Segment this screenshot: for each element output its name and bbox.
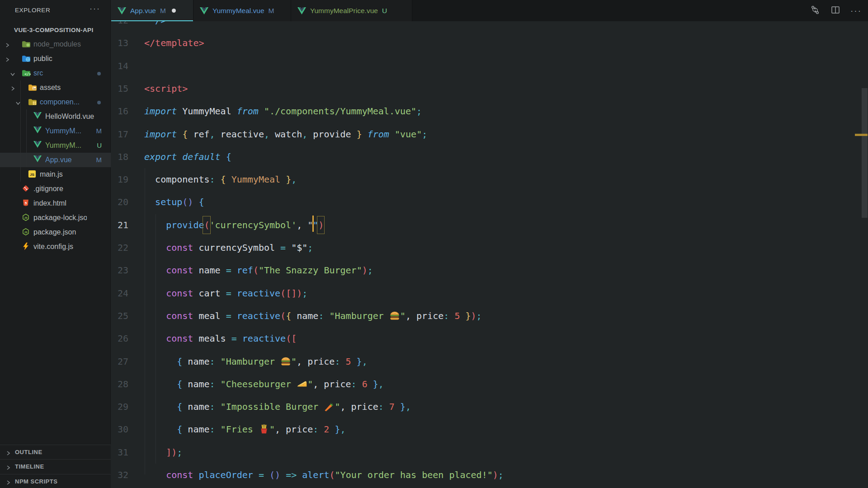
line-number: 27	[111, 350, 144, 373]
code-line-15[interactable]: 15<script>	[111, 77, 857, 100]
code-text: { name: "Fries ", price: 2 },	[144, 418, 346, 441]
code-line-24[interactable]: 24 const cart = reactive([]);	[111, 282, 857, 305]
code-line-17[interactable]: 17import { ref, reactive, watch, provide…	[111, 123, 857, 145]
code-line-28[interactable]: 28 { name: "Cheeseburger ", price: 6 },	[111, 373, 857, 395]
panel-timeline[interactable]: TIMELINE	[0, 459, 111, 474]
panel-outline[interactable]: OUTLINE	[0, 445, 111, 459]
tree-item-label: main.js	[40, 170, 63, 178]
code-line-30[interactable]: 30 { name: "Fries ", price: 2 },	[111, 418, 857, 441]
node-modules-folder-icon	[22, 40, 31, 49]
more-actions-icon[interactable]: ···	[850, 6, 862, 16]
code-line-23[interactable]: 23 const name = ref("The Snazzy Burger")…	[111, 259, 857, 282]
project-header[interactable]: VUE-3-COMPOSITION-API	[0, 23, 110, 37]
line-number: 22	[111, 236, 144, 259]
git-icon	[22, 184, 31, 193]
chevron-right-icon	[5, 42, 10, 50]
tree-item-main-js[interactable]: JSmain.js	[0, 167, 111, 182]
svg-text:JS: JS	[24, 216, 27, 219]
line-number: 32	[111, 464, 144, 486]
code-line-26[interactable]: 26 const meals = reactive([	[111, 327, 857, 350]
tree-item-app-vue[interactable]: App.vueM	[0, 153, 111, 167]
code-line-32[interactable]: 32 const placeOrder = () => alert("Your …	[111, 464, 857, 486]
code-text: <script>	[144, 77, 188, 100]
editor-actions: ···	[810, 0, 862, 21]
svg-text:JS: JS	[24, 231, 27, 234]
code-text: const meal = reactive({ name: "Hamburger…	[144, 305, 482, 327]
nodejs-icon: JS	[22, 228, 31, 237]
tree-item-yummym-[interactable]: YummyM...U	[0, 138, 111, 153]
code-text: components: { YummyMeal },	[144, 168, 297, 191]
line-number: 30	[111, 418, 144, 441]
tree-indent-guide	[20, 80, 21, 182]
split-editor-icon[interactable]	[830, 5, 840, 17]
tree-item-label: .gitignore	[33, 185, 63, 193]
code-line-22[interactable]: 22 const currencySymbol = "$";	[111, 236, 857, 259]
vue-icon	[33, 112, 42, 121]
chevron-right-icon	[5, 464, 11, 472]
code-line-16[interactable]: 16import YummyMeal from "./components/Yu…	[111, 100, 857, 122]
tree-item-yummym-[interactable]: YummyM...M	[0, 124, 111, 138]
tree-item-label: src	[33, 69, 43, 77]
code-area[interactable]: 12 />13</template>1415<script>16import Y…	[111, 0, 868, 488]
project-name: VUE-3-COMPOSITION-API	[14, 27, 94, 33]
tree-indent-guide	[26, 109, 27, 167]
tree-item-public[interactable]: public	[0, 52, 111, 66]
tree-item-assets[interactable]: assets	[0, 80, 111, 95]
chevron-down-icon	[10, 99, 15, 108]
line-number: 13	[111, 32, 144, 54]
code-line-27[interactable]: 27 { name: "Hamburger ", price: 5 },	[111, 350, 857, 373]
code-line-20[interactable]: 20 setup() {	[111, 191, 857, 213]
panel-npm-scripts[interactable]: NPM SCRIPTS	[0, 474, 111, 488]
chevron-right-icon	[5, 56, 10, 64]
chevron-right-icon	[5, 450, 11, 458]
tree-item-componen-[interactable]: componen...	[0, 95, 111, 109]
code-line-18[interactable]: 18export default {	[111, 145, 857, 168]
tree-item-package-lock-json[interactable]: JSpackage-lock.json	[0, 211, 111, 225]
open-changes-icon[interactable]	[810, 5, 821, 17]
code-text: export default {	[144, 145, 231, 168]
tree-item-label: package-lock.json	[33, 214, 87, 222]
tree-item-vite-config-js[interactable]: vite.config.js	[0, 239, 111, 254]
tree-item-label: YummyM...	[45, 127, 81, 135]
code-text: { name: "Hamburger ", price: 5 },	[144, 350, 368, 373]
tree-item-helloworld-vue[interactable]: HelloWorld.vue	[0, 109, 111, 124]
modified-dot-badge	[97, 72, 101, 75]
components-folder-icon	[28, 98, 37, 107]
code-text: ]);	[144, 441, 182, 464]
code-line-14[interactable]: 14	[111, 55, 857, 77]
tree-item--gitignore[interactable]: .gitignore	[0, 182, 111, 196]
tree-item-package-json[interactable]: JSpackage.json	[0, 225, 111, 239]
code-line-13[interactable]: 13</template>	[111, 32, 857, 54]
tree-item-label: componen...	[40, 98, 80, 106]
code-line-21[interactable]: 21 provide('currencySymbol', "")	[111, 214, 857, 236]
line-number: 24	[111, 282, 144, 305]
more-actions-icon[interactable]: ···	[90, 4, 100, 14]
svg-text:</>: </>	[24, 72, 31, 76]
tree-item-label: index.html	[33, 199, 66, 207]
tab-label: YummyMealPrice.vue	[310, 7, 378, 15]
tree-item-src[interactable]: </>src	[0, 66, 111, 80]
code-line-31[interactable]: 31 ]);	[111, 441, 857, 464]
tab-app-vue[interactable]: App.vueM	[111, 0, 193, 21]
hamburger-emoji	[280, 356, 291, 367]
line-number: 17	[111, 123, 144, 145]
tree-item-index-html[interactable]: 5index.html	[0, 196, 111, 211]
tree-item-node-modules[interactable]: node_modules	[0, 37, 111, 52]
code-text: { name: "Cheeseburger ", price: 6 },	[144, 373, 384, 395]
vue-icon	[33, 141, 42, 150]
code-line-29[interactable]: 29 { name: "Impossible Burger ", price: …	[111, 395, 857, 418]
code-line-19[interactable]: 19 components: { YummyMeal },	[111, 168, 857, 191]
line-number: 31	[111, 441, 144, 464]
unsaved-dot[interactable]	[172, 9, 176, 13]
tab-yummymealprice-vue[interactable]: YummyMealPrice.vueU	[291, 0, 412, 21]
tree-item-label: assets	[40, 84, 61, 92]
tab-git-badge: M	[160, 7, 166, 15]
line-number: 21	[111, 214, 144, 236]
tab-yummymeal-vue[interactable]: YummyMeal.vueM	[193, 0, 291, 21]
tree-item-label: node_modules	[33, 40, 81, 48]
js-icon: JS	[28, 170, 37, 179]
code-text: const meals = reactive([	[144, 327, 297, 350]
editor-area: 12 />13</template>1415<script>16import Y…	[111, 0, 868, 488]
code-line-25[interactable]: 25 const meal = reactive({ name: "Hambur…	[111, 305, 857, 327]
git-status-badge: U	[97, 141, 102, 149]
